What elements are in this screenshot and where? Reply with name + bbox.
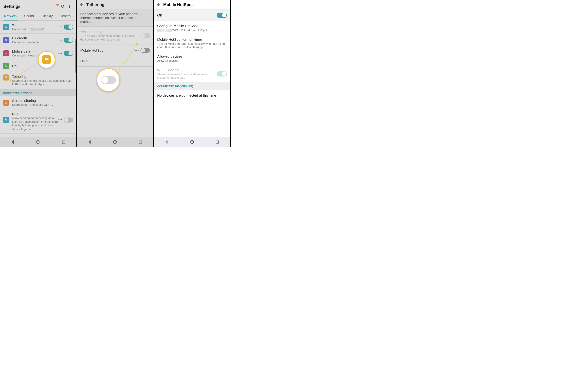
nfc-sub: Allow sending and receiving data, such a… [12, 116, 58, 131]
configure-hotspot-label: Configure Mobile HotSpot [157, 24, 227, 28]
mobile-data-status: Connection allowed [12, 54, 58, 58]
usb-tethering-sub: Turn on USB tethering to share your mobi… [80, 34, 140, 41]
mobile-data-row[interactable]: Mobile data Connection allowed ••• [0, 47, 76, 60]
nav-bar [154, 137, 230, 147]
mobile-data-icon [3, 50, 9, 56]
bluetooth-label: Bluetooth [12, 36, 58, 40]
screen-sharing-row[interactable]: Screen sharing Share screen and sound wi… [0, 96, 76, 109]
nav-home-icon[interactable] [36, 140, 40, 144]
allowed-devices-label: Allowed devices [157, 54, 227, 59]
search-button[interactable] [59, 3, 66, 10]
connected-devices-header: CONNECTED DEVICES (0/8) [154, 82, 230, 90]
nfc-label: NFC [12, 112, 58, 116]
svg-point-13 [190, 140, 194, 144]
settings-tabs: Network Sound Display General [0, 12, 76, 20]
nav-home-icon[interactable] [113, 140, 117, 144]
back-button[interactable] [80, 2, 84, 7]
mobile-hotspot-more[interactable]: ••• [134, 48, 139, 52]
call-label: Call [12, 64, 73, 68]
tethering-panel: Tethering Connect other devices to your … [77, 0, 154, 147]
mobile-data-toggle[interactable] [64, 51, 73, 56]
tethering-top-bar: Tethering [77, 0, 153, 10]
hotspot-on-toggle[interactable] [217, 13, 227, 18]
wifi-sharing-label: Wi-Fi Sharing [157, 68, 215, 72]
mobile-hotspot-panel: Mobile HotSpot On Configure Mobile HotSp… [154, 0, 231, 147]
back-button[interactable] [157, 2, 161, 7]
screen-sharing-sub: Share screen and sound with TV [12, 103, 73, 107]
nav-back-icon[interactable] [87, 140, 92, 144]
tab-display[interactable]: Display [38, 12, 56, 20]
wifi-icon [3, 24, 9, 30]
svg-point-8 [36, 140, 40, 144]
allowed-devices-sub: Allow all devices [157, 59, 227, 62]
wifi-sharing-row: Wi-Fi Sharing Share the Internet from a … [154, 65, 230, 82]
svg-rect-9 [62, 141, 65, 143]
hotspot-title: Mobile HotSpot [163, 2, 193, 7]
svg-rect-6 [5, 102, 7, 103]
svg-point-3 [69, 7, 70, 8]
dots-vertical-icon [67, 4, 72, 8]
wifi-more[interactable]: ••• [58, 25, 63, 29]
configure-hotspot-row[interactable]: Configure Mobile HotSpot WPA2 PSK Mobile… [154, 21, 230, 35]
nav-home-icon[interactable] [190, 140, 194, 144]
nav-bar [77, 137, 153, 147]
hotspot-timer-label: Mobile HotSpot turn off timer [157, 38, 227, 41]
help-label: Help [80, 59, 150, 63]
wifi-status: Connected to "" [12, 27, 58, 31]
scrollbar-thumb[interactable] [75, 39, 76, 73]
no-devices-message: No devices are connected at this time [154, 90, 230, 101]
nav-recents-icon[interactable] [138, 140, 143, 144]
mobile-hotspot-toggle[interactable] [140, 48, 150, 53]
tethering-label: Tethering [12, 74, 73, 79]
screen-sharing-label: Screen sharing [12, 99, 73, 103]
tethering-row[interactable]: Tethering Share your phone's mobile data… [0, 72, 76, 89]
bluetooth-icon [3, 37, 9, 43]
nav-recents-icon[interactable] [61, 140, 66, 144]
allowed-devices-row[interactable]: Allowed devices Allow all devices [154, 52, 230, 65]
svg-point-11 [113, 140, 117, 144]
nfc-row[interactable]: NFC Allow sending and receiving data, su… [0, 110, 76, 134]
settings-title: Settings [3, 4, 53, 9]
hotspot-timer-row[interactable]: Mobile HotSpot turn off timer Turn off M… [154, 35, 230, 52]
wifi-sharing-toggle [217, 71, 227, 76]
tab-general[interactable]: General [56, 12, 74, 20]
bluetooth-row[interactable]: Bluetooth Connection available ••• [0, 34, 76, 47]
svg-point-4 [6, 28, 6, 28]
help-row[interactable]: Help [77, 56, 153, 66]
call-row[interactable]: Call [0, 60, 76, 72]
svg-point-1 [69, 5, 70, 6]
nfc-toggle[interactable] [64, 118, 73, 122]
settings-top-bar: Settings 1 [0, 0, 76, 12]
hotspot-top-bar: Mobile HotSpot [154, 0, 230, 10]
mobile-data-more[interactable]: ••• [58, 51, 63, 55]
wifi-toggle[interactable] [64, 25, 73, 30]
mobile-hotspot-row[interactable]: Mobile HotSpot ••• [77, 45, 153, 56]
nav-back-icon[interactable] [10, 140, 15, 144]
nav-back-icon[interactable] [164, 140, 169, 144]
usb-tethering-label: USB tethering [80, 30, 140, 34]
bluetooth-status: Connection available [12, 40, 58, 44]
tethering-description: Connect other devices to your phone's In… [77, 10, 153, 27]
notifications-button[interactable]: 1 [53, 3, 59, 10]
overflow-menu-button[interactable] [66, 3, 73, 10]
tab-network[interactable]: Network [2, 12, 20, 20]
notification-badge: 1 [56, 4, 59, 6]
tab-sound[interactable]: Sound [20, 12, 38, 20]
nfc-more[interactable]: ••• [58, 118, 63, 122]
nav-bar [0, 137, 76, 147]
tethering-icon [3, 74, 9, 81]
search-icon [61, 4, 65, 8]
svg-point-5 [6, 77, 6, 78]
settings-panel: Settings 1 Network Sound Display General… [0, 0, 77, 147]
tethering-sub: Share your phone's mobile data connectio… [12, 79, 73, 86]
bluetooth-more[interactable]: ••• [58, 38, 63, 42]
mobile-hotspot-label: Mobile HotSpot [80, 48, 134, 52]
configure-hotspot-sub: WPA2 PSK Mobile HotSpot [157, 29, 227, 32]
wifi-sharing-sub: Share the Internet from a Wi-Fi network … [157, 73, 215, 80]
nav-recents-icon[interactable] [215, 140, 220, 144]
wifi-row[interactable]: Wi-Fi Connected to "" ••• [0, 20, 76, 34]
hotspot-on-row[interactable]: On [154, 10, 230, 21]
bluetooth-toggle[interactable] [64, 38, 73, 43]
svg-rect-14 [216, 141, 219, 143]
svg-rect-12 [139, 141, 142, 143]
